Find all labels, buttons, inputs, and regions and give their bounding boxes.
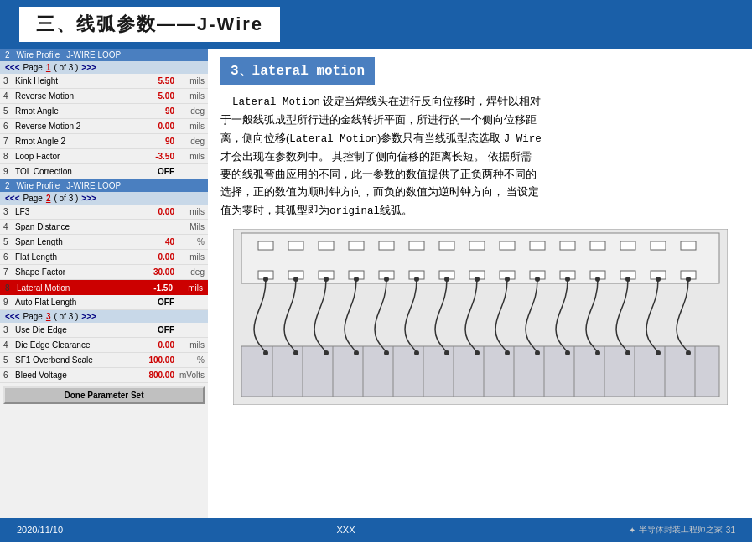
param-row: 6 Reverse Motion 2 0.00 mils: [0, 119, 208, 134]
svg-point-39: [354, 277, 359, 282]
s2-next[interactable]: >>>: [81, 194, 96, 203]
param-row: 6 Bleed Voltage 800.00 mVolts: [0, 368, 208, 383]
s2-page-of: ( of 3 ): [54, 194, 78, 203]
svg-rect-11: [500, 241, 515, 250]
param-row: 3 Use Die Edge OFF: [0, 323, 208, 338]
param-row: 6 Flat Length 0.00 mils: [0, 250, 208, 265]
svg-point-49: [505, 277, 510, 282]
param-row: 3 Kink Height 5.50 mils: [0, 74, 208, 89]
s3-page-num: 3: [46, 312, 51, 321]
svg-point-50: [505, 350, 510, 355]
svg-point-59: [656, 277, 661, 282]
s2-prev[interactable]: <<<: [5, 194, 20, 203]
section2-header: 2 Wire Profile J-WIRE LOOP: [0, 179, 208, 192]
param-row: 9 Auto Flat Length OFF: [0, 295, 208, 310]
param-row: 5 Rmot Angle 90 deg: [0, 104, 208, 119]
s2-page-num: 2: [46, 194, 51, 203]
svg-rect-10: [469, 241, 485, 250]
param-row: 5 Span Length 40 %: [0, 235, 208, 250]
section3-page-nav: <<< Page 3 ( of 3 ) >>>: [0, 310, 208, 323]
svg-point-45: [444, 277, 449, 282]
done-param-set-button[interactable]: Done Parameter Set: [3, 386, 205, 404]
section-title: 3、lateral motion: [220, 57, 375, 85]
s3-next[interactable]: >>>: [81, 312, 96, 321]
left-panel: 2 Wire Profile J-WIRE LOOP <<< Page 1 ( …: [0, 49, 208, 518]
svg-rect-4: [288, 241, 303, 250]
s3-prev[interactable]: <<<: [5, 312, 20, 321]
svg-point-34: [263, 350, 268, 355]
param-row: 8 Loop Factor -3.50 mils: [0, 149, 208, 164]
svg-rect-6: [349, 241, 364, 250]
svg-rect-15: [620, 241, 635, 250]
s2-type: Wire Profile: [17, 181, 60, 190]
param-row: 3 LF3 0.00 mils: [0, 205, 208, 220]
svg-point-41: [384, 277, 389, 282]
svg-rect-5: [319, 241, 334, 250]
title-bar: 三、线弧参数——J-Wire: [0, 0, 752, 49]
s1-mode: J-WIRE LOOP: [66, 50, 121, 60]
footer-date: 2020/11/10: [17, 525, 63, 535]
s1-page-prefix: Page: [23, 63, 43, 72]
svg-rect-9: [439, 241, 454, 250]
footer-page: 31: [726, 526, 735, 535]
svg-point-62: [686, 350, 691, 355]
footer-center: XXX: [336, 525, 355, 535]
svg-rect-16: [651, 241, 666, 250]
section1-header: 2 Wire Profile J-WIRE LOOP: [0, 49, 208, 61]
s1-page-of: ( of 3 ): [54, 63, 78, 72]
right-panel: 3、lateral motion Lateral Motion 设定当焊线头在进…: [208, 49, 752, 518]
s2-num: 2: [5, 181, 10, 190]
svg-rect-14: [590, 241, 605, 250]
lateral-motion-row[interactable]: 8 Lateral Motion -1.50 mils: [0, 280, 208, 295]
s1-page-num: 1: [46, 63, 51, 72]
s3-page-prefix: Page: [23, 312, 43, 321]
svg-point-43: [414, 277, 419, 282]
svg-point-36: [293, 350, 298, 355]
svg-point-38: [324, 350, 329, 355]
svg-point-52: [535, 350, 540, 355]
s1-type: Wire Profile: [17, 50, 60, 60]
svg-point-55: [595, 277, 600, 282]
param-row: 5 SF1 Overbend Scale 100.00 %: [0, 353, 208, 368]
svg-point-33: [263, 277, 268, 282]
svg-point-47: [475, 277, 480, 282]
main-content: 2 Wire Profile J-WIRE LOOP <<< Page 1 ( …: [0, 49, 752, 518]
svg-point-57: [625, 277, 630, 282]
param-row: 7 Shape Factor 30.00 deg: [0, 265, 208, 280]
svg-point-40: [354, 350, 359, 355]
svg-point-35: [293, 277, 298, 282]
svg-rect-3: [258, 241, 273, 250]
s2-page-prefix: Page: [23, 194, 43, 203]
svg-rect-13: [560, 241, 575, 250]
wire-diagram: [220, 229, 739, 405]
wire-diagram-svg: [233, 229, 728, 405]
svg-point-37: [324, 277, 329, 282]
footer-watermark: ✦ 半导体封装工程师之家 31: [629, 524, 735, 536]
section2-page-nav: <<< Page 2 ( of 3 ) >>>: [0, 192, 208, 205]
section1-page-nav: <<< Page 1 ( of 3 ) >>>: [0, 61, 208, 74]
watermark-icon: ✦: [629, 526, 635, 535]
svg-point-56: [595, 350, 600, 355]
svg-point-53: [565, 277, 570, 282]
svg-rect-8: [409, 241, 424, 250]
page-title: 三、线弧参数——J-Wire: [17, 4, 283, 44]
s2-mode: J-WIRE LOOP: [66, 181, 121, 190]
param-row: 7 Rmot Angle 2 90 deg: [0, 134, 208, 149]
watermark-text: 半导体封装工程师之家: [639, 524, 723, 536]
svg-point-44: [414, 350, 419, 355]
svg-point-48: [475, 350, 480, 355]
svg-rect-2: [241, 346, 719, 397]
footer: 2020/11/10 XXX ✦ 半导体封装工程师之家 31: [0, 518, 752, 542]
s1-num: 2: [5, 50, 10, 60]
svg-point-51: [535, 277, 540, 282]
description: Lateral Motion 设定当焊线头在进行反向位移时，焊针以相对 于一般线…: [220, 93, 739, 220]
svg-point-46: [444, 350, 449, 355]
svg-point-60: [656, 350, 661, 355]
svg-point-58: [625, 350, 630, 355]
s1-prev[interactable]: <<<: [5, 63, 20, 72]
s1-next[interactable]: >>>: [81, 63, 96, 72]
param-row: 9 TOL Correction OFF: [0, 164, 208, 179]
svg-rect-12: [530, 241, 545, 250]
svg-rect-7: [379, 241, 394, 250]
svg-point-42: [384, 350, 389, 355]
